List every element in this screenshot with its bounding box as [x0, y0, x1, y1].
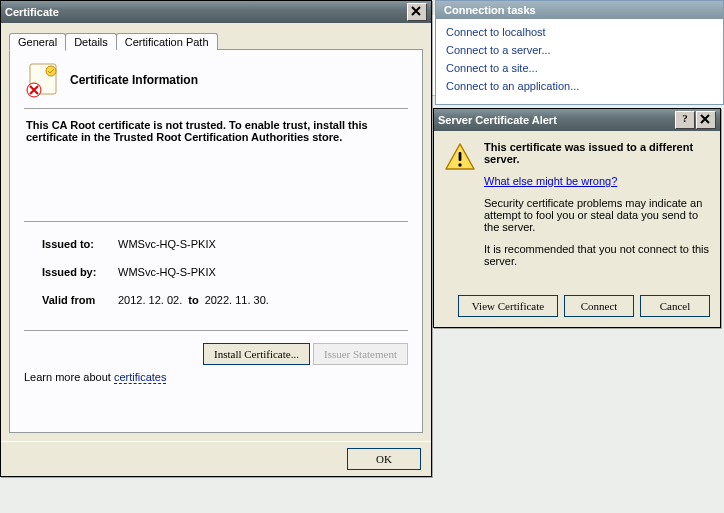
valid-to-value: 2022. 11. 30.	[205, 294, 269, 306]
certificate-title: Certificate	[5, 6, 406, 18]
help-icon[interactable]: ?	[675, 111, 695, 129]
close-icon[interactable]	[696, 111, 716, 129]
certificates-link[interactable]: certificates	[114, 371, 167, 384]
tab-general[interactable]: General	[9, 33, 66, 51]
certificate-error-icon	[24, 60, 62, 100]
what-else-link[interactable]: What else might be wrong?	[484, 175, 617, 187]
alert-titlebar[interactable]: Server Certificate Alert ?	[434, 109, 720, 131]
install-certificate-button[interactable]: Install Certificate...	[203, 343, 310, 365]
trust-warning: This CA Root certificate is not trusted.…	[26, 119, 386, 143]
ok-button[interactable]: OK	[347, 448, 421, 470]
valid-from-value: 2012. 12. 02.	[118, 294, 182, 306]
issued-by-row: Issued by: WMSvc-HQ-S-PKIX	[42, 266, 408, 278]
view-certificate-button[interactable]: View Certificate	[458, 295, 558, 317]
conn-localhost[interactable]: Connect to localhost	[446, 23, 713, 41]
valid-row: Valid from 2012. 12. 02. to 2022. 11. 30…	[42, 294, 408, 306]
connection-tasks-title: Connection tasks	[436, 1, 723, 19]
issued-by-value: WMSvc-HQ-S-PKIX	[118, 266, 216, 278]
issued-to-label: Issued to:	[42, 238, 118, 250]
svg-point-1	[46, 66, 56, 76]
divider	[24, 108, 408, 109]
tabs: General Details Certification Path	[9, 33, 423, 50]
svg-point-4	[458, 163, 461, 166]
conn-app[interactable]: Connect to an application...	[446, 77, 713, 95]
connect-button[interactable]: Connect	[564, 295, 634, 317]
alert-title: Server Certificate Alert	[438, 114, 674, 126]
close-icon[interactable]	[407, 3, 427, 21]
divider	[24, 221, 408, 222]
alert-text-1: Security certificate problems may indica…	[484, 197, 710, 233]
issued-to-value: WMSvc-HQ-S-PKIX	[118, 238, 216, 250]
issued-to-row: Issued to: WMSvc-HQ-S-PKIX	[42, 238, 408, 250]
conn-site[interactable]: Connect to a site...	[446, 59, 713, 77]
svg-rect-3	[459, 152, 462, 161]
warning-icon	[444, 141, 476, 173]
cancel-button[interactable]: Cancel	[640, 295, 710, 317]
connection-tasks-panel: Connection tasks Connect to localhost Co…	[435, 0, 724, 105]
valid-from-label: Valid from	[42, 294, 118, 306]
tab-certification-path[interactable]: Certification Path	[116, 33, 218, 50]
issuer-statement-button: Issuer Statement	[313, 343, 408, 365]
tab-general-pane: Certificate Information This CA Root cer…	[9, 49, 423, 433]
issued-by-label: Issued by:	[42, 266, 118, 278]
alert-heading: This certificate was issued to a differe…	[484, 141, 710, 165]
divider	[24, 330, 408, 331]
learn-more: Learn more about certificates	[24, 371, 408, 383]
valid-to-label: to	[188, 294, 198, 306]
cert-info-heading: Certificate Information	[70, 73, 198, 87]
certificate-window: Certificate General Details Certificatio…	[0, 0, 432, 477]
certificate-titlebar[interactable]: Certificate	[1, 1, 431, 23]
tab-details[interactable]: Details	[65, 33, 117, 50]
server-certificate-alert-window: Server Certificate Alert ? This certific…	[433, 108, 721, 328]
alert-text-2: It is recommended that you not connect t…	[484, 243, 710, 267]
conn-server[interactable]: Connect to a server...	[446, 41, 713, 59]
